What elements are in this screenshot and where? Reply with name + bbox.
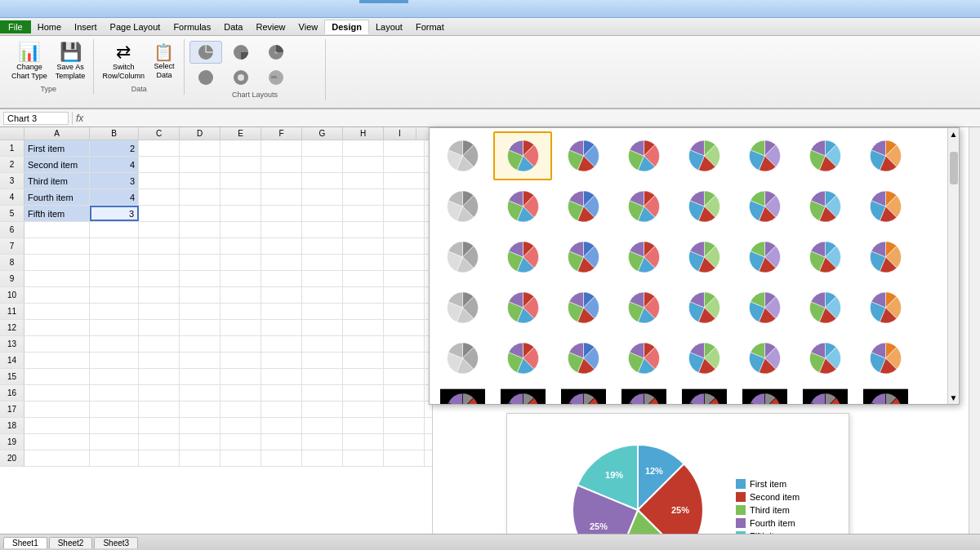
cell[interactable] xyxy=(302,271,343,286)
cell[interactable] xyxy=(90,450,139,466)
chart-style-swatch[interactable] xyxy=(493,233,552,282)
cell[interactable] xyxy=(261,401,302,417)
cell[interactable] xyxy=(302,353,343,368)
chart-style-swatch[interactable] xyxy=(675,334,733,383)
change-chart-type-button[interactable]: 📊 ChangeChart Type xyxy=(8,41,51,83)
chart-style-swatch[interactable] xyxy=(675,182,733,231)
cell[interactable] xyxy=(343,287,384,303)
chart-style-swatch[interactable] xyxy=(493,182,552,231)
cell[interactable] xyxy=(302,206,343,221)
cell[interactable] xyxy=(384,173,425,189)
cell[interactable] xyxy=(384,353,425,368)
chart-style-swatch[interactable] xyxy=(433,131,492,180)
cell[interactable] xyxy=(24,418,90,433)
chart-style-swatch[interactable] xyxy=(554,182,612,231)
cell[interactable] xyxy=(384,255,425,270)
col-header-h[interactable]: H xyxy=(343,127,384,140)
cell[interactable] xyxy=(24,336,90,352)
cell[interactable] xyxy=(343,157,384,172)
cell[interactable] xyxy=(261,157,302,172)
cell[interactable] xyxy=(139,140,180,156)
cell[interactable] xyxy=(261,287,302,303)
chart-style-swatch[interactable] xyxy=(735,233,794,282)
cell[interactable] xyxy=(343,271,384,286)
chart-style-swatch[interactable] xyxy=(614,384,673,404)
col-header-i[interactable]: I xyxy=(384,127,416,140)
cell[interactable]: 4 xyxy=(90,157,139,172)
cell[interactable] xyxy=(24,320,90,335)
cell[interactable] xyxy=(261,369,302,384)
cell[interactable] xyxy=(302,173,343,189)
cell[interactable] xyxy=(90,222,139,237)
chart-style-swatch[interactable] xyxy=(614,283,673,332)
cell[interactable] xyxy=(180,287,220,303)
chart-style-swatch[interactable] xyxy=(614,334,673,383)
cell[interactable] xyxy=(261,418,302,433)
cell[interactable] xyxy=(384,206,425,221)
chart-style-swatch[interactable] xyxy=(433,384,492,404)
chart-style-swatch[interactable] xyxy=(433,182,492,231)
cell[interactable] xyxy=(180,353,220,368)
cell[interactable] xyxy=(90,271,139,286)
cell[interactable] xyxy=(343,320,384,335)
select-data-button[interactable]: 📋 SelectData xyxy=(149,41,179,83)
cell[interactable] xyxy=(302,255,343,270)
cell[interactable] xyxy=(220,206,261,221)
cell[interactable] xyxy=(261,336,302,352)
cell[interactable] xyxy=(343,189,384,205)
cell[interactable] xyxy=(302,238,343,254)
cell[interactable] xyxy=(180,369,220,384)
chart-container[interactable]: 12%25%19%25%19% First itemSecond itemThi… xyxy=(506,413,849,550)
sheet-tab-2[interactable]: Sheet2 xyxy=(49,537,93,548)
cell[interactable] xyxy=(220,401,261,417)
formula-input[interactable] xyxy=(87,113,977,123)
chart-style-swatch[interactable] xyxy=(795,131,854,180)
cell[interactable] xyxy=(139,206,180,221)
name-box[interactable] xyxy=(3,112,69,125)
cell[interactable] xyxy=(343,401,384,417)
cell[interactable] xyxy=(343,450,384,466)
cell[interactable] xyxy=(90,255,139,270)
col-header-c[interactable]: C xyxy=(139,127,180,140)
cell[interactable] xyxy=(343,304,384,319)
chart-style-swatch[interactable] xyxy=(856,182,915,231)
cell[interactable] xyxy=(24,353,90,368)
cell[interactable]: First item xyxy=(24,140,90,156)
chart-layout-3-button[interactable]: % xyxy=(260,41,292,64)
cell[interactable] xyxy=(139,418,180,433)
cell[interactable] xyxy=(24,255,90,270)
cell[interactable] xyxy=(180,255,220,270)
chart-style-swatch[interactable] xyxy=(795,384,854,404)
menu-layout[interactable]: Layout xyxy=(369,20,409,33)
vertical-scrollbar[interactable] xyxy=(969,127,980,550)
cell[interactable] xyxy=(90,418,139,433)
cell[interactable] xyxy=(24,434,90,450)
cell[interactable] xyxy=(180,385,220,401)
cell[interactable] xyxy=(384,434,425,450)
menu-page-layout[interactable]: Page Layout xyxy=(104,20,167,33)
cell[interactable] xyxy=(180,238,220,254)
col-header-a[interactable]: A xyxy=(24,127,90,140)
cell[interactable] xyxy=(343,238,384,254)
cell[interactable] xyxy=(220,238,261,254)
chart-style-swatch[interactable] xyxy=(493,283,552,332)
chart-style-swatch[interactable] xyxy=(554,233,612,282)
cell[interactable] xyxy=(261,255,302,270)
col-header-b[interactable]: B xyxy=(90,127,139,140)
chart-style-swatch[interactable] xyxy=(856,334,915,383)
cell[interactable] xyxy=(139,320,180,335)
cell[interactable] xyxy=(384,336,425,352)
menu-format[interactable]: Format xyxy=(409,20,451,33)
cell[interactable] xyxy=(220,304,261,319)
cell[interactable] xyxy=(343,222,384,237)
chart-style-swatch[interactable] xyxy=(433,233,492,282)
cell[interactable] xyxy=(180,157,220,172)
cell[interactable]: Third item xyxy=(24,173,90,189)
cell[interactable] xyxy=(302,140,343,156)
cell[interactable] xyxy=(90,369,139,384)
cell[interactable] xyxy=(384,238,425,254)
cell[interactable] xyxy=(261,353,302,368)
cell[interactable] xyxy=(384,222,425,237)
cell[interactable] xyxy=(343,353,384,368)
cell[interactable] xyxy=(261,320,302,335)
